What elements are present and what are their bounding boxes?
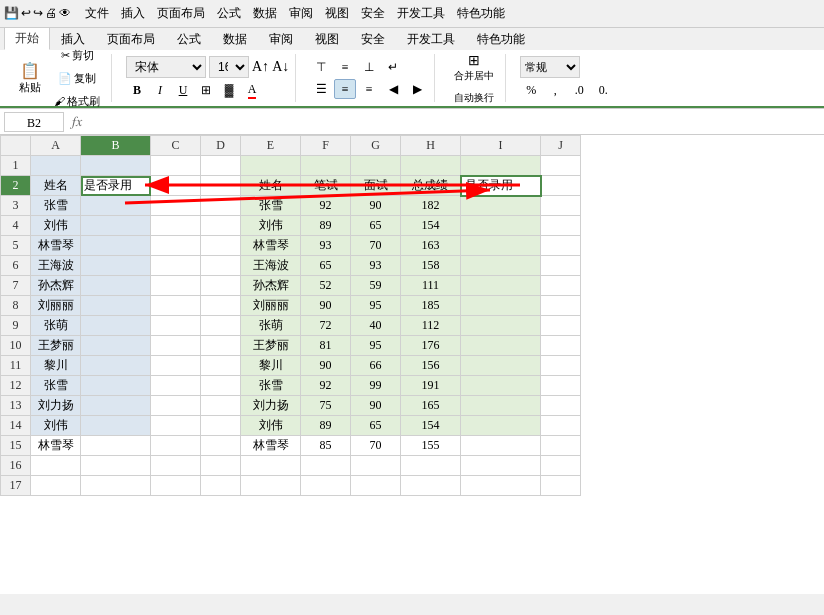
cell-G14[interactable]: 65 [351, 416, 401, 436]
cell-A6[interactable]: 王海波 [31, 256, 81, 276]
cell-D16[interactable] [201, 456, 241, 476]
cell-F9[interactable]: 72 [301, 316, 351, 336]
cell-J5[interactable] [541, 236, 581, 256]
menu-item-4[interactable]: 数据 [247, 3, 283, 24]
cell-I13[interactable] [461, 396, 541, 416]
cell-G4[interactable]: 65 [351, 216, 401, 236]
cell-F11[interactable]: 90 [301, 356, 351, 376]
save-icon[interactable]: 💾 [4, 6, 19, 21]
fill-color-button[interactable]: ▓ [218, 81, 240, 101]
cell-I14[interactable] [461, 416, 541, 436]
cell-A12[interactable]: 张雪 [31, 376, 81, 396]
auto-wrap-button[interactable]: 自动换行 [449, 88, 499, 108]
italic-button[interactable]: I [149, 81, 171, 101]
cell-J7[interactable] [541, 276, 581, 296]
cell-C10[interactable] [151, 336, 201, 356]
decimal-inc-button[interactable]: .0 [568, 80, 590, 100]
cell-G11[interactable]: 66 [351, 356, 401, 376]
cell-I6[interactable] [461, 256, 541, 276]
align-top-button[interactable]: ⊤ [310, 57, 332, 77]
col-header-E[interactable]: E [241, 136, 301, 156]
cell-E6[interactable]: 王海波 [241, 256, 301, 276]
cell-H4[interactable]: 154 [401, 216, 461, 236]
redo-icon[interactable]: ↪ [33, 6, 43, 21]
cell-F2[interactable]: 笔试 [301, 176, 351, 196]
cell-C6[interactable] [151, 256, 201, 276]
cell-B10[interactable] [81, 336, 151, 356]
cell-I17[interactable] [461, 476, 541, 496]
align-right-button[interactable]: ≡ [358, 79, 380, 99]
cell-F8[interactable]: 90 [301, 296, 351, 316]
cell-A11[interactable]: 黎川 [31, 356, 81, 376]
cell-E13[interactable]: 刘力扬 [241, 396, 301, 416]
cell-H10[interactable]: 176 [401, 336, 461, 356]
cell-F16[interactable] [301, 456, 351, 476]
undo-icon[interactable]: ↩ [21, 6, 31, 21]
align-center-button[interactable]: ≡ [334, 79, 356, 99]
cell-J17[interactable] [541, 476, 581, 496]
row-header-12[interactable]: 12 [1, 376, 31, 396]
cell-D14[interactable] [201, 416, 241, 436]
row-header-13[interactable]: 13 [1, 396, 31, 416]
cell-J15[interactable] [541, 436, 581, 456]
cell-I16[interactable] [461, 456, 541, 476]
col-header-F[interactable]: F [301, 136, 351, 156]
col-header-G[interactable]: G [351, 136, 401, 156]
cell-J14[interactable] [541, 416, 581, 436]
underline-button[interactable]: U [172, 81, 194, 101]
col-header-B[interactable]: B [81, 136, 151, 156]
cell-H8[interactable]: 185 [401, 296, 461, 316]
cell-D2[interactable] [201, 176, 241, 196]
wrap-text-button[interactable]: ↵ [382, 57, 404, 77]
cell-E11[interactable]: 黎川 [241, 356, 301, 376]
cell-J6[interactable] [541, 256, 581, 276]
decimal-dec-button[interactable]: 0. [592, 80, 614, 100]
cut-button[interactable]: ✂ 剪切 [49, 45, 105, 66]
cell-A15[interactable]: 林雪琴 [31, 436, 81, 456]
font-name-selector[interactable]: 宋体 [126, 56, 206, 78]
row-header-17[interactable]: 17 [1, 476, 31, 496]
cell-C13[interactable] [151, 396, 201, 416]
cell-I10[interactable] [461, 336, 541, 356]
cell-G16[interactable] [351, 456, 401, 476]
sheet-area[interactable]: ABCDEFGHIJ 12姓名是否录用姓名笔试面试总成绩是否录用3张雪张雪929… [0, 135, 824, 594]
row-header-3[interactable]: 3 [1, 196, 31, 216]
cell-E8[interactable]: 刘丽丽 [241, 296, 301, 316]
cell-D5[interactable] [201, 236, 241, 256]
border-button[interactable]: ⊞ [195, 81, 217, 101]
align-left-button[interactable]: ☰ [310, 79, 332, 99]
row-header-2[interactable]: 2 [1, 176, 31, 196]
cell-reference[interactable]: B2 [4, 112, 64, 132]
cell-A8[interactable]: 刘丽丽 [31, 296, 81, 316]
cell-C15[interactable] [151, 436, 201, 456]
ribbon-tab-6[interactable]: 视图 [304, 28, 350, 50]
menu-item-3[interactable]: 公式 [211, 3, 247, 24]
cell-H6[interactable]: 158 [401, 256, 461, 276]
col-header-J[interactable]: J [541, 136, 581, 156]
cell-C1[interactable] [151, 156, 201, 176]
cell-C2[interactable] [151, 176, 201, 196]
row-header-8[interactable]: 8 [1, 296, 31, 316]
menu-item-6[interactable]: 视图 [319, 3, 355, 24]
col-header-H[interactable]: H [401, 136, 461, 156]
menu-item-8[interactable]: 开发工具 [391, 3, 451, 24]
row-header-7[interactable]: 7 [1, 276, 31, 296]
align-middle-button[interactable]: ≡ [334, 57, 356, 77]
cell-F10[interactable]: 81 [301, 336, 351, 356]
row-header-5[interactable]: 5 [1, 236, 31, 256]
cell-B5[interactable] [81, 236, 151, 256]
cell-E2[interactable]: 姓名 [241, 176, 301, 196]
cell-H7[interactable]: 111 [401, 276, 461, 296]
col-header-I[interactable]: I [461, 136, 541, 156]
cell-B16[interactable] [81, 456, 151, 476]
ribbon-tab-3[interactable]: 公式 [166, 28, 212, 50]
col-header-A[interactable]: A [31, 136, 81, 156]
cell-B3[interactable] [81, 196, 151, 216]
cell-C14[interactable] [151, 416, 201, 436]
cell-B7[interactable] [81, 276, 151, 296]
cell-B12[interactable] [81, 376, 151, 396]
cell-G2[interactable]: 面试 [351, 176, 401, 196]
cell-I1[interactable] [461, 156, 541, 176]
ribbon-tab-0[interactable]: 开始 [4, 27, 50, 50]
cell-G10[interactable]: 95 [351, 336, 401, 356]
